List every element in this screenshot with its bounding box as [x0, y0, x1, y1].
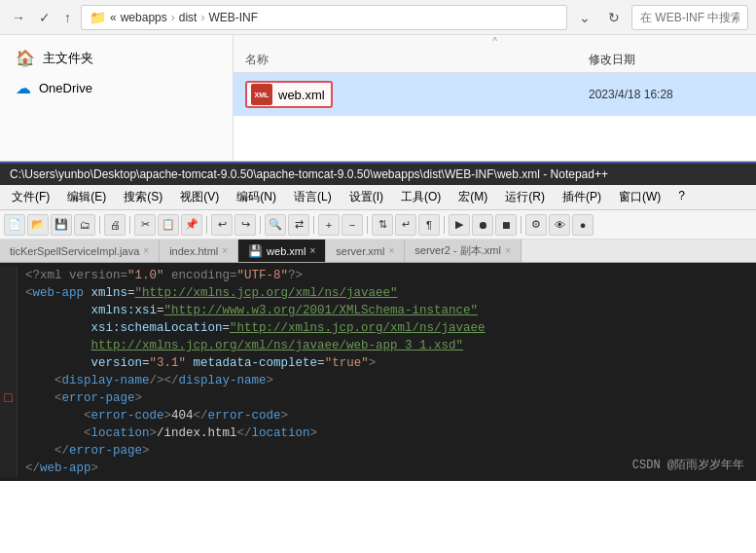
- dropdown-button[interactable]: ⌄: [573, 8, 596, 27]
- tab-server-label: server.xml: [336, 245, 384, 257]
- menu-encode[interactable]: 编码(N): [229, 187, 284, 207]
- code-line-2: <web-app xmlns="http://xmlns.jcp.org/xml…: [0, 284, 756, 302]
- toolbar-undo[interactable]: ↩: [211, 214, 233, 236]
- menu-lang[interactable]: 语言(L): [286, 187, 340, 207]
- line-gutter-2: [0, 284, 18, 302]
- tab-server2-close[interactable]: ×: [505, 245, 511, 256]
- tab-webxml[interactable]: 💾 web.xml ×: [238, 240, 326, 262]
- sidebar-item-onedrive[interactable]: ☁ OneDrive: [0, 73, 233, 103]
- back-button[interactable]: →: [8, 8, 29, 27]
- line-gutter-8: □: [0, 389, 18, 407]
- search-input[interactable]: [631, 5, 748, 30]
- toolbar-new[interactable]: 📄: [4, 214, 25, 236]
- toolbar-redo[interactable]: ↪: [234, 214, 256, 236]
- toolbar-zoomout[interactable]: −: [342, 214, 363, 236]
- code-content-4: xsi:schemaLocation="http://xmlns.jcp.org…: [18, 319, 486, 337]
- explorer-bar: → ✓ ↑ 📁 « webapps › dist › WEB-INF ⌄ ↻: [0, 0, 756, 35]
- sidebar-item-home-label: 主文件夹: [43, 50, 93, 67]
- tab-server-close[interactable]: ×: [388, 245, 394, 256]
- tab-server2[interactable]: server2 - 副本.xml ×: [405, 240, 521, 262]
- col-date-header[interactable]: 修改日期: [589, 52, 744, 68]
- toolbar-save[interactable]: 💾: [51, 214, 72, 236]
- tab-spellservice-label: ticKerSpellServiceImpl.java: [10, 245, 139, 257]
- sidebar-item-home[interactable]: 🏠 主文件夹: [0, 43, 233, 73]
- code-content-8: <error-page>: [18, 389, 142, 407]
- menu-window[interactable]: 窗口(W): [611, 187, 668, 207]
- line-gutter-7: [0, 372, 18, 389]
- menu-help[interactable]: ?: [670, 187, 693, 207]
- toolbar-sep1: [99, 216, 100, 234]
- breadcrumb-dist[interactable]: dist: [179, 11, 198, 24]
- up-button[interactable]: ↑: [60, 8, 75, 27]
- tab-server[interactable]: server.xml ×: [326, 240, 405, 262]
- code-line-10: <location>/index.html</location>: [0, 424, 756, 442]
- line-gutter-5: [0, 337, 18, 354]
- tab-webxml-icon: 💾: [248, 244, 263, 258]
- toolbar-wordwrap[interactable]: ↵: [395, 214, 416, 236]
- toolbar-copy[interactable]: 📋: [158, 214, 179, 236]
- file-name-cell: XML web.xml: [245, 81, 581, 108]
- toolbar-paste[interactable]: 📌: [181, 214, 202, 236]
- code-area[interactable]: <?xml version="1.0" encoding="UTF-8"?> <…: [0, 263, 756, 481]
- toolbar-settings2[interactable]: ⚙: [525, 214, 547, 236]
- breadcrumb-webinf[interactable]: WEB-INF: [208, 11, 258, 24]
- sidebar: 🏠 主文件夹 ☁ OneDrive: [0, 35, 234, 161]
- code-content-7: <display-name/></display-name>: [18, 372, 273, 389]
- code-line-5: http://xmlns.jcp.org/xml/ns/javaee/web-a…: [0, 337, 756, 354]
- toolbar-macro1[interactable]: ▶: [449, 214, 470, 236]
- refresh-button[interactable]: ↻: [602, 8, 626, 27]
- notepad-title: C:\Users\yunbo\Desktop\apache-tomcat-9.0…: [0, 164, 756, 185]
- col-name-header[interactable]: 名称: [245, 52, 589, 68]
- menu-plugins[interactable]: 插件(P): [555, 187, 609, 207]
- line-gutter-1: [0, 267, 18, 284]
- menu-file[interactable]: 文件(F): [4, 187, 57, 207]
- menu-settings[interactable]: 设置(I): [342, 187, 391, 207]
- toolbar-print[interactable]: 🖨: [104, 214, 126, 236]
- toolbar: 📄 📂 💾 🗂 🖨 ✂ 📋 📌 ↩ ↪ 🔍 ⇄ + − ⇅ ↵ ¶ ▶ ⏺ ⏹ …: [0, 210, 756, 240]
- sidebar-item-onedrive-label: OneDrive: [39, 81, 92, 95]
- code-line-1: <?xml version="1.0" encoding="UTF-8"?>: [0, 267, 756, 284]
- watermark: CSDN @陌雨岁岁年年: [632, 457, 744, 473]
- menu-bar: 文件(F) 编辑(E) 搜索(S) 视图(V) 编码(N) 语言(L) 设置(I…: [0, 185, 756, 210]
- toolbar-macro2[interactable]: ⏺: [472, 214, 493, 236]
- toolbar-saveall[interactable]: 🗂: [74, 214, 95, 236]
- toolbar-cut[interactable]: ✂: [134, 214, 156, 236]
- toolbar-showall[interactable]: ¶: [418, 214, 440, 236]
- menu-search[interactable]: 搜索(S): [116, 187, 170, 207]
- toolbar-open[interactable]: 📂: [27, 214, 49, 236]
- menu-view[interactable]: 视图(V): [172, 187, 227, 207]
- breadcrumb-webapps[interactable]: webapps: [121, 11, 167, 24]
- toolbar-macro3[interactable]: ⏹: [495, 214, 517, 236]
- code-content-5: http://xmlns.jcp.org/xml/ns/javaee/web-a…: [18, 337, 463, 354]
- line-gutter-6: [0, 354, 18, 372]
- toolbar-sync[interactable]: ⇅: [372, 214, 393, 236]
- tab-index-close[interactable]: ×: [222, 245, 228, 256]
- toolbar-eye[interactable]: 👁: [549, 214, 570, 236]
- breadcrumb-sep1: ›: [171, 11, 175, 24]
- toolbar-zoomin[interactable]: +: [318, 214, 340, 236]
- menu-macro[interactable]: 宏(M): [450, 187, 495, 207]
- toolbar-sep6: [367, 216, 368, 234]
- menu-tools[interactable]: 工具(O): [393, 187, 449, 207]
- code-line-6: version="3.1" metadata-complete="true">: [0, 354, 756, 372]
- menu-run[interactable]: 运行(R): [497, 187, 553, 207]
- toolbar-sep4: [260, 216, 261, 234]
- code-line-9: <error-code>404</error-code>: [0, 407, 756, 424]
- code-line-3: xmlns:xsi="http://www.w3.org/2001/XMLSch…: [0, 302, 756, 319]
- code-line-7: <display-name/></display-name>: [0, 372, 756, 389]
- tab-spellservice-close[interactable]: ×: [143, 245, 149, 256]
- toolbar-sep8: [521, 216, 522, 234]
- toolbar-dot[interactable]: ●: [572, 214, 594, 236]
- toolbar-replace[interactable]: ⇄: [288, 214, 309, 236]
- tab-spellservice[interactable]: ticKerSpellServiceImpl.java ×: [0, 240, 160, 262]
- file-row-webxml[interactable]: XML web.xml 2023/4/18 16:28: [234, 73, 756, 116]
- address-bar: 📁 « webapps › dist › WEB-INF: [81, 5, 567, 30]
- file-name: web.xml: [278, 88, 325, 102]
- tab-webxml-close[interactable]: ×: [309, 245, 315, 256]
- file-selected-highlight: XML web.xml: [245, 81, 333, 108]
- toolbar-find[interactable]: 🔍: [265, 214, 286, 236]
- forward-button[interactable]: ✓: [35, 8, 54, 27]
- file-area: ^ 名称 修改日期 XML web.xml 2023/4/18 16:28: [234, 35, 756, 161]
- menu-edit[interactable]: 编辑(E): [59, 187, 114, 207]
- tab-index[interactable]: index.html ×: [160, 240, 238, 262]
